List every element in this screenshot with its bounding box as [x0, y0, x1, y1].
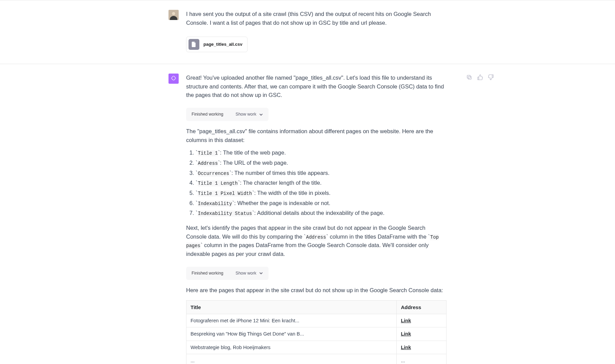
cell-address: ...: [397, 354, 447, 364]
address-link[interactable]: Link: [401, 318, 411, 323]
table-row: Fotograferen met de iPhone 12 Mini: Een …: [186, 314, 447, 327]
copy-icon[interactable]: [466, 74, 472, 83]
address-link[interactable]: Link: [401, 331, 411, 337]
table-row: Webstrategie blog, Rob HoeijmakersLink: [186, 341, 447, 354]
attachment-filename: page_titles_all.csv: [203, 41, 242, 48]
thumbs-up-icon[interactable]: [477, 74, 483, 83]
show-work-toggle[interactable]: Show work: [236, 270, 263, 277]
column-item: `Title 1 Length`: The character length o…: [196, 179, 447, 187]
file-icon: [189, 39, 199, 50]
columns-list: `Title 1`: The title of the web page.`Ad…: [196, 148, 447, 218]
cell-address: Link: [397, 314, 447, 327]
user-avatar: [168, 10, 179, 20]
cell-address: Link: [397, 327, 447, 341]
cell-title: Bespreking van "How Big Things Get Done"…: [186, 327, 397, 341]
column-item: `Title 1`: The title of the web page.: [196, 148, 447, 157]
table-row: Bespreking van "How Big Things Get Done"…: [186, 327, 447, 341]
status-label: Finished working: [192, 111, 223, 118]
column-item: `Address`: The URL of the web page.: [196, 159, 447, 167]
cell-title: Fotograferen met de iPhone 12 Mini: Een …: [186, 314, 397, 327]
column-item: `Indexability`: Whether the page is inde…: [196, 199, 447, 208]
file-attachment[interactable]: page_titles_all.csv: [186, 37, 247, 52]
cell-title: Webstrategie blog, Rob Hoeijmakers: [186, 341, 397, 354]
address-link[interactable]: Link: [401, 345, 411, 350]
col-address: Address: [397, 300, 447, 314]
svg-rect-4: [468, 76, 471, 79]
user-message: I have sent you the output of a site cra…: [186, 10, 447, 27]
result-table: Title Address Fotograferen met de iPhone…: [186, 300, 447, 364]
columns-intro: The "page_titles_all.csv" file contains …: [186, 127, 447, 144]
code-interpreter-status-2[interactable]: Finished working Show work: [186, 267, 269, 280]
table-row: ......: [186, 354, 447, 364]
assistant-turn: Great! You've uploaded another file name…: [0, 64, 615, 364]
column-item: `Indexability Status`: Additional detail…: [196, 209, 447, 218]
column-item: `Occurrences`: The number of times this …: [196, 169, 447, 178]
result-intro: Here are the pages that appear in the si…: [186, 286, 447, 295]
plan-paragraph: Next, let's identify the pages that appe…: [186, 224, 447, 259]
assistant-avatar: [168, 74, 179, 84]
col-title: Title: [186, 300, 397, 314]
cell-title: ...: [186, 354, 397, 364]
feedback-bar: [466, 74, 494, 83]
status-label: Finished working: [192, 270, 223, 277]
chevron-down-icon: [259, 113, 263, 117]
column-item: `Title 1 Pixel Width`: The width of the …: [196, 189, 447, 198]
cell-address: Link: [397, 341, 447, 354]
chevron-down-icon: [259, 271, 263, 275]
result-tbody: Fotograferen met de iPhone 12 Mini: Een …: [186, 314, 447, 364]
assistant-intro: Great! You've uploaded another file name…: [186, 74, 447, 100]
svg-point-1: [172, 12, 175, 15]
code-interpreter-status[interactable]: Finished working Show work: [186, 108, 269, 121]
thumbs-down-icon[interactable]: [488, 74, 494, 83]
svg-rect-5: [467, 75, 470, 78]
show-work-toggle[interactable]: Show work: [236, 111, 263, 118]
user-turn: I have sent you the output of a site cra…: [0, 0, 615, 64]
